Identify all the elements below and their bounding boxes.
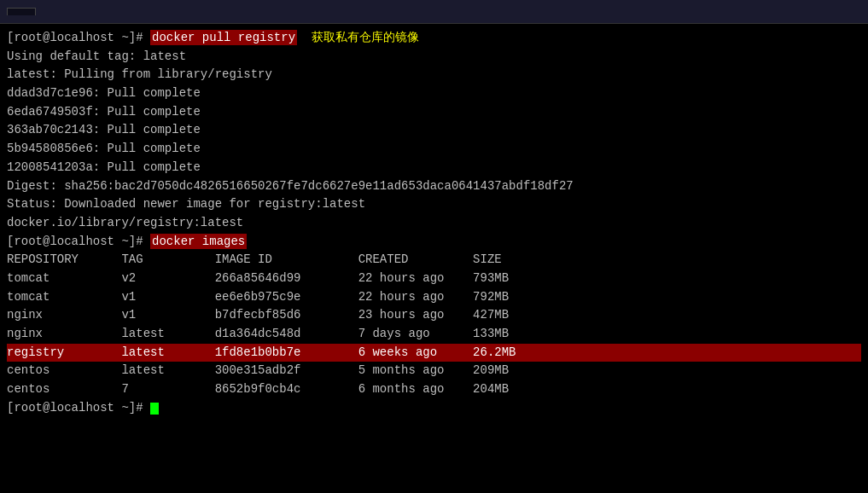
terminal-line: nginx v1 b7dfecbf85d6 23 hours ago 427MB [7, 306, 861, 325]
title-bar [0, 0, 868, 24]
terminal-line: REPOSITORY TAG IMAGE ID CREATED SIZE [7, 251, 861, 270]
terminal-tab[interactable] [7, 8, 36, 15]
terminal-line: Using default tag: latest [7, 48, 861, 67]
highlighted-row: registry latest 1fd8e1b0bb7e 6 weeks ago… [7, 344, 861, 362]
terminal-line: 12008541203a: Pull complete [7, 159, 861, 177]
terminal-line: 363ab70c2143: Pull complete [7, 121, 861, 140]
terminal-line: 6eda6749503f: Pull complete [7, 103, 861, 122]
terminal-line: Digest: sha256:bac2d7050dc4826516650267f… [7, 177, 861, 196]
terminal-line: docker.io/library/registry:latest [7, 214, 861, 233]
terminal-line: tomcat v2 266a85646d99 22 hours ago 793M… [7, 270, 861, 288]
terminal-line: tomcat v1 ee6e6b975c9e 22 hours ago 792M… [7, 288, 861, 307]
terminal-line: nginx latest d1a364dc548d 7 days ago 133… [7, 325, 861, 344]
terminal-line: 5b94580856e6: Pull complete [7, 140, 861, 159]
command-highlight: docker pull registry [150, 30, 297, 45]
comment: 获取私有仓库的镜像 [297, 31, 419, 44]
terminal-line: centos 7 8652b9f0cb4c 6 months ago 204MB [7, 380, 861, 399]
terminal-body: [root@localhost ~]# docker pull registry… [0, 24, 868, 493]
prompt: [root@localhost ~]# [7, 235, 150, 248]
prompt: [root@localhost ~]# [7, 31, 150, 44]
terminal-line: [root@localhost ~]# docker images [7, 233, 861, 252]
terminal-line: [root@localhost ~]# docker pull registry… [7, 29, 861, 48]
terminal-line: Status: Downloaded newer image for regis… [7, 195, 861, 214]
prompt: [root@localhost ~]# [7, 401, 150, 415]
terminal-line: latest: Pulling from library/registry [7, 66, 861, 84]
terminal-prompt-cursor: [root@localhost ~]# [7, 399, 861, 418]
terminal-line: centos latest 300e315adb2f 5 months ago … [7, 362, 861, 380]
command-highlight: docker images [150, 234, 247, 249]
terminal-cursor [150, 403, 159, 415]
terminal-line: ddad3d7c1e96: Pull complete [7, 84, 861, 103]
